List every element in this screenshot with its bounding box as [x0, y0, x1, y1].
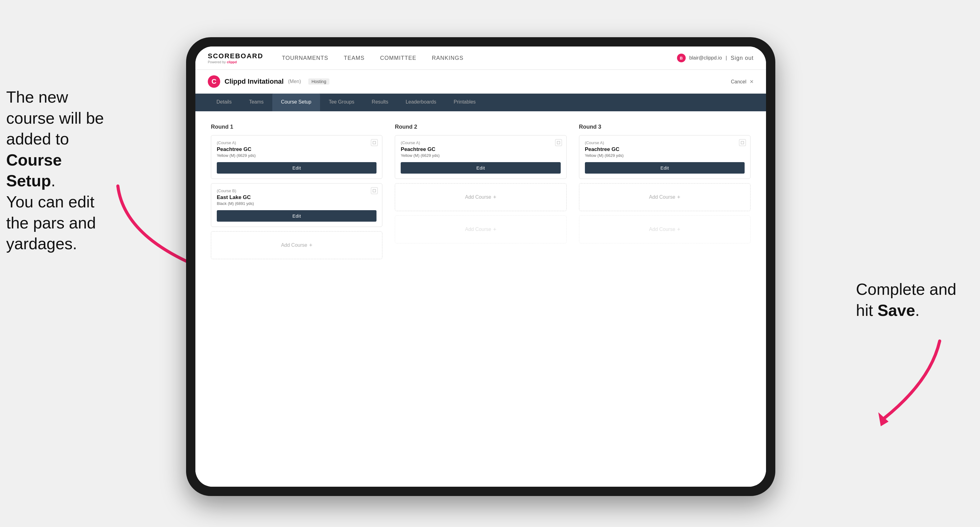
- round-1-title: Round 1: [211, 124, 382, 130]
- separator: |: [726, 55, 727, 61]
- round-1-course-b-name: East Lake GC: [217, 194, 377, 200]
- round-2-add-course-disabled: Add Course +: [395, 216, 566, 243]
- tab-course-setup[interactable]: Course Setup: [272, 94, 320, 111]
- annotation-line-7: yardages.: [6, 235, 77, 252]
- round-3-title: Round 3: [579, 124, 751, 130]
- round-3-course-a-label: (Course A): [585, 140, 745, 145]
- tab-tee-groups[interactable]: Tee Groups: [320, 94, 363, 111]
- round-2-course-a-name: Peachtree GC: [401, 146, 560, 152]
- round-1-course-a-edit[interactable]: Edit: [217, 162, 377, 174]
- round-3-column: Round 3 ☐ (Course A) Peachtree GC Yellow…: [579, 124, 751, 264]
- tab-leaderboards[interactable]: Leaderboards: [397, 94, 445, 111]
- round-1-course-a-delete[interactable]: ☐: [371, 139, 378, 146]
- round-2-add-course-active[interactable]: Add Course +: [395, 183, 566, 211]
- round-2-column: Round 2 ☐ (Course A) Peachtree GC Yellow…: [395, 124, 566, 264]
- round-2-add-course-label: Add Course: [465, 194, 491, 200]
- round-2-course-a-delete[interactable]: ☐: [555, 139, 562, 146]
- round-2-title: Round 2: [395, 124, 566, 130]
- tablet-screen: SCOREBOARD Powered by clippd TOURNAMENTS…: [196, 46, 766, 487]
- nav-committee[interactable]: COMMITTEE: [380, 55, 417, 61]
- round-2-course-a-card: ☐ (Course A) Peachtree GC Yellow (M) (66…: [395, 135, 566, 179]
- annotation-line-2: course will be: [6, 109, 104, 127]
- user-avatar: B: [677, 54, 686, 62]
- brand-name: SCOREBOARD: [208, 52, 263, 60]
- cancel-label: Cancel: [731, 79, 746, 84]
- brand-logo: SCOREBOARD Powered by clippd: [208, 52, 263, 64]
- annotation-right-bold: Save: [877, 301, 915, 319]
- round-1-course-a-label: (Course A): [217, 140, 377, 145]
- round-3-course-a-edit[interactable]: Edit: [585, 162, 745, 174]
- round-1-course-b-card: ☐ (Course B) East Lake GC Black (M) (689…: [211, 183, 382, 227]
- tablet-device: SCOREBOARD Powered by clippd TOURNAMENTS…: [186, 37, 775, 496]
- round-3-add-course-disabled-plus: +: [677, 226, 681, 233]
- cancel-area[interactable]: Cancel ✕: [731, 79, 754, 85]
- event-status-badge: Hosting: [308, 78, 329, 85]
- annotation-line-6: the pars and: [6, 214, 96, 232]
- round-1-course-a-tee: Yellow (M) (6629 yds): [217, 153, 377, 158]
- nav-teams[interactable]: TEAMS: [344, 55, 365, 61]
- round-1-course-a-name: Peachtree GC: [217, 146, 377, 152]
- event-bar: C Clippd Invitational (Men) Hosting Canc…: [196, 70, 766, 94]
- round-1-column: Round 1 ☐ (Course A) Peachtree GC Yellow…: [211, 124, 382, 264]
- round-3-course-a-card: ☐ (Course A) Peachtree GC Yellow (M) (66…: [579, 135, 751, 179]
- round-1-course-b-tee: Black (M) (6891 yds): [217, 201, 377, 206]
- event-gender: (Men): [288, 79, 301, 84]
- event-logo: C: [208, 75, 220, 88]
- round-1-course-b-label: (Course B): [217, 189, 377, 193]
- round-3-course-a-delete[interactable]: ☐: [739, 139, 746, 146]
- round-3-add-course-plus: +: [677, 194, 681, 200]
- annotation-line-1: The new: [6, 88, 68, 106]
- top-navbar: SCOREBOARD Powered by clippd TOURNAMENTS…: [196, 46, 766, 70]
- nav-rankings[interactable]: RANKINGS: [432, 55, 464, 61]
- round-3-add-course-disabled-label: Add Course: [649, 227, 675, 232]
- nav-tournaments[interactable]: TOURNAMENTS: [282, 55, 328, 61]
- round-3-add-course-active[interactable]: Add Course +: [579, 183, 751, 211]
- annotation-right: Complete and hit Save.: [856, 279, 961, 321]
- cancel-icon: ✕: [749, 79, 754, 84]
- event-info: C Clippd Invitational (Men) Hosting: [208, 75, 329, 88]
- main-content: Round 1 ☐ (Course A) Peachtree GC Yellow…: [196, 111, 766, 487]
- round-1-course-b-delete[interactable]: ☐: [371, 187, 378, 194]
- round-1-course-b-edit[interactable]: Edit: [217, 210, 377, 222]
- event-name: Clippd Invitational: [224, 78, 284, 86]
- annotation-line-3: added to: [6, 130, 69, 148]
- round-1-add-course[interactable]: Add Course +: [211, 231, 382, 259]
- round-3-course-a-name: Peachtree GC: [585, 146, 745, 152]
- annotation-right-line-1: Complete and: [856, 280, 956, 298]
- annotation-right-line-2: hit: [856, 301, 877, 319]
- powered-by-text: Powered by clippd: [208, 60, 263, 64]
- round-1-course-a-card: ☐ (Course A) Peachtree GC Yellow (M) (66…: [211, 135, 382, 179]
- round-3-course-a-tee: Yellow (M) (6629 yds): [585, 153, 745, 158]
- tab-printables[interactable]: Printables: [445, 94, 484, 111]
- round-1-add-course-plus: +: [309, 242, 313, 249]
- arrow-right: [853, 335, 952, 428]
- round-2-course-a-label: (Course A): [401, 140, 560, 145]
- rounds-grid: Round 1 ☐ (Course A) Peachtree GC Yellow…: [211, 124, 751, 264]
- round-2-add-course-disabled-plus: +: [493, 226, 496, 233]
- annotation-line-5: You can edit: [6, 193, 94, 211]
- annotation-left: The new course will be added to Course S…: [6, 87, 105, 254]
- round-2-add-course-plus: +: [493, 194, 496, 200]
- sign-out-link[interactable]: Sign out: [731, 55, 754, 61]
- round-3-add-course-label: Add Course: [649, 194, 675, 200]
- round-2-add-course-disabled-label: Add Course: [465, 227, 491, 232]
- user-email: blair@clippd.io: [689, 55, 722, 61]
- tab-teams[interactable]: Teams: [240, 94, 272, 111]
- tab-bar: Details Teams Course Setup Tee Groups Re…: [196, 94, 766, 111]
- tab-results[interactable]: Results: [363, 94, 397, 111]
- round-2-course-a-edit[interactable]: Edit: [401, 162, 560, 174]
- nav-links: TOURNAMENTS TEAMS COMMITTEE RANKINGS: [282, 55, 662, 61]
- round-2-course-a-tee: Yellow (M) (6629 yds): [401, 153, 560, 158]
- tab-details[interactable]: Details: [208, 94, 240, 111]
- round-3-add-course-disabled: Add Course +: [579, 216, 751, 243]
- nav-user-area: B blair@clippd.io | Sign out: [677, 54, 754, 62]
- round-1-add-course-label: Add Course: [281, 243, 307, 248]
